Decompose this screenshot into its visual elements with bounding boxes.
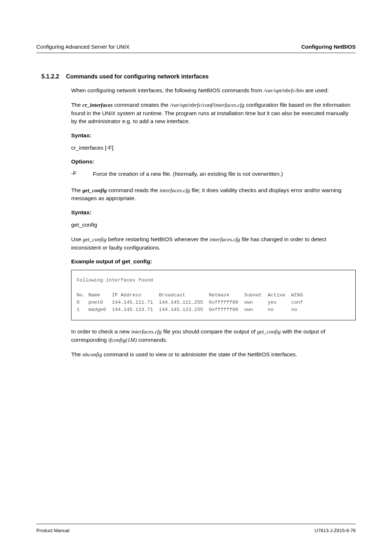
text: In order to check a new bbox=[71, 328, 131, 335]
syntax-cr-interfaces: cr_interfaces [-F] bbox=[71, 144, 356, 152]
option-row: -F Force the creation of a new file. (No… bbox=[71, 170, 356, 178]
text: command creates the bbox=[113, 102, 170, 108]
syntax-heading: Syntax: bbox=[71, 132, 356, 139]
command-name: get_config bbox=[82, 187, 107, 193]
command-name: get_config bbox=[83, 236, 106, 242]
command-name: get_config bbox=[257, 328, 281, 335]
paragraph-use-get-config: Use get_config before restarting NetBIOS… bbox=[71, 235, 356, 252]
text: The bbox=[71, 102, 82, 108]
page-header: Configuring Advanced Server for UNIX Con… bbox=[36, 44, 356, 50]
syntax-heading-2: Syntax: bbox=[71, 209, 356, 216]
text: The bbox=[71, 187, 82, 193]
text: command reads the bbox=[107, 187, 160, 193]
command-name: ifconfig(1M) bbox=[109, 337, 137, 343]
page-footer: Product Manual U7613-J-Z815-6-76 bbox=[36, 524, 356, 533]
footer-right: U7613-J-Z815-6-76 bbox=[315, 528, 356, 533]
path-text: /var/opt/nbrfc/bin bbox=[264, 87, 304, 93]
file-name: interfaces.cfg bbox=[210, 236, 240, 242]
file-name: interfaces.cfg bbox=[160, 187, 190, 193]
text: command is used to view or to administer… bbox=[102, 351, 297, 357]
paragraph-cr-interfaces: The cr_interfaces command creates the /v… bbox=[71, 101, 356, 125]
command-name: nbconfig bbox=[82, 351, 102, 357]
section-title: Commands used for configuring network in… bbox=[66, 73, 209, 80]
text: Use bbox=[71, 236, 83, 242]
option-flag: -F bbox=[71, 170, 93, 178]
syntax-get-config: get_config bbox=[71, 221, 356, 229]
command-name: cr_interfaces bbox=[82, 102, 113, 108]
paragraph-compare-output: In order to check a new interfaces.cfg f… bbox=[71, 328, 356, 344]
footer-rule bbox=[36, 524, 356, 524]
file-name: interfaces.cfg bbox=[131, 328, 162, 335]
text: When configuring network interfaces, the… bbox=[71, 87, 264, 93]
code-output-box: Following interfaces found No. Name IP A… bbox=[71, 270, 356, 320]
header-right: Configuring NetBIOS bbox=[301, 44, 356, 50]
section-number: 5.1.2.2 bbox=[41, 73, 66, 80]
paragraph-nbconfig: The nbconfig command is used to view or … bbox=[71, 351, 356, 358]
text: before restarting NetBIOS whenever the bbox=[106, 236, 209, 242]
body-content: When configuring network interfaces, the… bbox=[71, 86, 356, 359]
example-heading: Example output of get_config: bbox=[71, 258, 356, 265]
options-heading: Options: bbox=[71, 158, 356, 165]
header-rule bbox=[36, 53, 356, 53]
text: The bbox=[71, 351, 82, 357]
footer-line: Product Manual U7613-J-Z815-6-76 bbox=[36, 528, 356, 533]
header-left: Configuring Advanced Server for UNIX bbox=[36, 44, 130, 50]
paragraph-get-config: The get_config command reads the interfa… bbox=[71, 186, 356, 203]
text: commands. bbox=[137, 337, 167, 343]
section-heading: 5.1.2.2 Commands used for configuring ne… bbox=[41, 73, 356, 80]
path-text: /var/opt/nbrfc/conf/interfaces.cfg bbox=[170, 102, 244, 108]
paragraph-intro: When configuring network interfaces, the… bbox=[71, 86, 356, 94]
text: file you should compare the output of bbox=[162, 328, 257, 335]
text: are used: bbox=[304, 87, 329, 93]
footer-left: Product Manual bbox=[36, 528, 69, 533]
option-description: Force the creation of a new file. (Norma… bbox=[93, 170, 283, 178]
